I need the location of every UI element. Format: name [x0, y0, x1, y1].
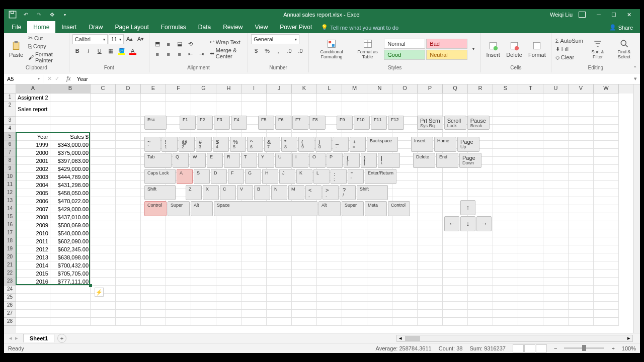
cell[interactable] — [569, 94, 594, 102]
cell[interactable] — [594, 173, 619, 181]
cell[interactable] — [116, 221, 141, 229]
cell[interactable] — [493, 205, 518, 213]
cell[interactable] — [569, 181, 594, 189]
cell[interactable] — [518, 149, 543, 157]
key[interactable]: Super — [342, 201, 364, 216]
cell[interactable] — [493, 278, 518, 286]
cell[interactable] — [518, 294, 543, 302]
cell[interactable] — [418, 102, 443, 117]
column-header[interactable]: J — [267, 84, 292, 94]
cell[interactable]: $343,000.00 — [50, 141, 91, 149]
row-header[interactable]: 28 — [4, 318, 16, 326]
cut-button[interactable]: ✂Cut — [27, 34, 66, 42]
cell[interactable] — [518, 205, 543, 213]
cell[interactable] — [91, 117, 116, 125]
cell[interactable] — [317, 294, 342, 302]
row-header[interactable]: 9 — [4, 165, 16, 173]
quick-analysis-icon[interactable]: ⚡ — [95, 288, 104, 297]
cell[interactable] — [493, 213, 518, 221]
cell[interactable] — [116, 141, 141, 149]
cell[interactable] — [443, 253, 468, 261]
cell[interactable] — [267, 221, 292, 229]
cell[interactable] — [292, 269, 317, 278]
key[interactable]: _- — [333, 137, 349, 152]
cell[interactable] — [569, 302, 594, 310]
key[interactable]: ↑ — [460, 200, 475, 215]
key[interactable]: W — [190, 153, 206, 168]
cell[interactable] — [443, 245, 468, 253]
cell[interactable] — [141, 94, 166, 102]
view-page-break-icon[interactable] — [536, 344, 547, 352]
tab-page-layout[interactable]: Page Layout — [109, 21, 154, 33]
cell[interactable] — [91, 149, 116, 157]
cell[interactable] — [141, 302, 166, 310]
key[interactable]: Shift — [357, 185, 388, 200]
cell[interactable] — [518, 245, 543, 253]
column-header[interactable]: T — [518, 84, 543, 94]
cell[interactable] — [191, 237, 216, 245]
cell[interactable]: 2015 — [16, 269, 50, 278]
cell[interactable] — [543, 197, 569, 205]
column-header[interactable]: B — [50, 84, 91, 94]
conditional-formatting-button[interactable]: Conditional Formatting — [312, 38, 351, 61]
cell[interactable] — [191, 286, 216, 294]
cell[interactable] — [569, 125, 594, 133]
key[interactable]: *8 — [281, 137, 297, 152]
cell[interactable]: $437,010.00 — [50, 213, 91, 221]
cell[interactable]: 2011 — [16, 237, 50, 245]
user-name[interactable]: Weiqi Liu — [550, 12, 573, 18]
touch-mode-icon[interactable]: ✥ — [47, 10, 56, 19]
cell[interactable] — [191, 253, 216, 261]
key[interactable]: P — [327, 153, 343, 168]
cell[interactable] — [141, 245, 166, 253]
cell[interactable] — [91, 181, 116, 189]
cell[interactable] — [443, 102, 468, 117]
row-header[interactable]: 12 — [4, 189, 16, 197]
cell[interactable] — [569, 237, 594, 245]
cell[interactable] — [116, 181, 141, 189]
cell[interactable] — [468, 261, 493, 269]
cell[interactable] — [367, 269, 392, 278]
key[interactable]: F9 — [337, 116, 353, 130]
key[interactable]: F1 — [180, 116, 196, 130]
cell[interactable] — [91, 94, 116, 102]
ribbon-display-icon[interactable] — [579, 12, 586, 18]
cell[interactable] — [543, 173, 569, 181]
cell[interactable] — [443, 94, 468, 102]
cell[interactable] — [418, 278, 443, 286]
key[interactable]: Delete — [413, 153, 435, 168]
cell[interactable] — [543, 237, 569, 245]
cell[interactable] — [594, 286, 619, 294]
cell[interactable] — [91, 213, 116, 221]
cell[interactable] — [216, 261, 242, 269]
align-bottom-icon[interactable]: ⬓ — [175, 40, 185, 49]
cell[interactable] — [191, 245, 216, 253]
cell[interactable] — [468, 237, 493, 245]
cancel-formula-icon[interactable]: ✕ — [47, 75, 52, 82]
cell[interactable]: 1999 — [16, 141, 50, 149]
cell[interactable] — [141, 253, 166, 261]
cell[interactable] — [493, 189, 518, 197]
cell[interactable] — [91, 261, 116, 269]
cell[interactable] — [594, 229, 619, 237]
cell[interactable] — [543, 278, 569, 286]
cell[interactable] — [392, 245, 418, 253]
cell[interactable] — [91, 133, 116, 141]
cell[interactable] — [317, 318, 342, 326]
cell[interactable] — [468, 318, 493, 326]
cell[interactable] — [91, 237, 116, 245]
cell[interactable] — [292, 245, 317, 253]
cell[interactable] — [267, 94, 292, 102]
cell[interactable] — [141, 237, 166, 245]
cell[interactable] — [91, 165, 116, 173]
format-as-table-button[interactable]: Format as Table — [353, 38, 382, 61]
cell[interactable] — [16, 117, 50, 125]
cell[interactable] — [292, 102, 317, 117]
cell[interactable] — [543, 221, 569, 229]
tab-data[interactable]: Data — [192, 21, 217, 33]
key[interactable]: F5 — [258, 116, 274, 130]
cell[interactable] — [342, 318, 367, 326]
key[interactable]: Meta — [365, 201, 387, 216]
key[interactable]: Alt — [191, 201, 213, 216]
scroll-right-icon[interactable]: ▸ — [625, 335, 632, 341]
